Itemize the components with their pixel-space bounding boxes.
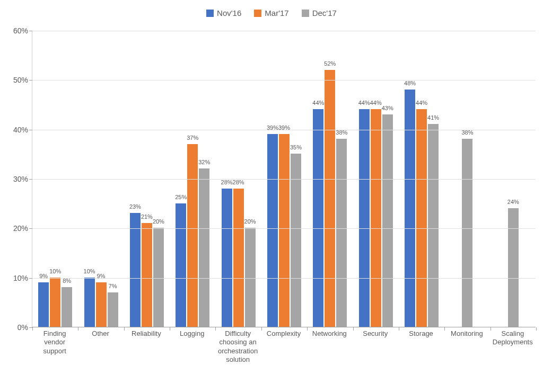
- bar-value-label: 44%: [312, 100, 324, 106]
- bar: 21%: [142, 223, 152, 327]
- bar: 24%: [508, 208, 519, 327]
- bar-value-label: 44%: [370, 100, 382, 106]
- y-tick-mark: [29, 80, 32, 81]
- bar: 25%: [176, 203, 186, 327]
- bar: 23%: [130, 213, 141, 327]
- legend-label: Mar'17: [265, 8, 288, 17]
- bar-value-label: 44%: [358, 100, 370, 106]
- y-gridline: [32, 130, 536, 130]
- bar-value-label: 20%: [153, 218, 164, 225]
- bar: 7%: [108, 292, 118, 327]
- y-tick-label: 50%: [6, 76, 28, 84]
- bar: 38%: [336, 139, 347, 327]
- y-gridline: [32, 179, 536, 180]
- x-axis-labels: Finding vendor supportOtherReliabilityLo…: [32, 329, 536, 382]
- bar: 43%: [382, 114, 393, 327]
- legend-label: Nov'16: [217, 8, 241, 17]
- bar: 44%: [359, 109, 370, 327]
- x-axis-category-label: Difficulty choosing an orchestration sol…: [215, 329, 260, 364]
- bar-value-label: 35%: [290, 144, 302, 150]
- y-gridline: [32, 80, 536, 81]
- bar: 28%: [233, 189, 244, 327]
- y-tick-label: 20%: [6, 224, 28, 233]
- x-axis-category-label: Networking: [306, 329, 352, 338]
- y-gridline: [32, 31, 536, 31]
- chart-legend: Nov'16 Mar'17 Dec'17: [0, 8, 543, 17]
- bar-value-label: 28%: [221, 179, 233, 185]
- bar-value-label: 38%: [461, 129, 473, 136]
- y-tick-mark: [29, 228, 32, 229]
- x-axis-category-label: Finding vendor support: [32, 329, 77, 355]
- bar: 52%: [325, 70, 335, 327]
- bar-value-label: 23%: [129, 203, 141, 210]
- x-axis-category-label: Reliability: [124, 329, 169, 338]
- bar: 38%: [462, 139, 472, 327]
- bar: 37%: [187, 144, 198, 327]
- bar: 44%: [416, 109, 427, 327]
- x-axis-category-label: Monitoring: [444, 329, 489, 338]
- y-tick-mark: [29, 130, 32, 130]
- bar-value-label: 21%: [141, 213, 153, 220]
- bar-value-label: 10%: [49, 268, 61, 274]
- y-gridline: [32, 228, 536, 229]
- x-axis-category-label: Security: [353, 329, 398, 338]
- x-tick-mark: [536, 327, 537, 331]
- bar-value-label: 48%: [404, 80, 416, 86]
- bar: 35%: [291, 154, 301, 327]
- plot-area: 9%10%8%10%9%7%23%21%20%25%37%32%28%28%20…: [32, 31, 536, 327]
- bar: 41%: [428, 124, 439, 327]
- bar: 9%: [96, 282, 107, 327]
- bar-value-label: 41%: [427, 114, 439, 121]
- bar-value-label: 52%: [324, 60, 336, 67]
- bar-value-label: 24%: [507, 199, 519, 205]
- legend-swatch-icon: [254, 10, 261, 17]
- y-gridline: [32, 278, 536, 279]
- x-axis-category-label: Logging: [169, 329, 215, 338]
- bar-value-label: 37%: [187, 135, 198, 141]
- bar: 39%: [267, 134, 278, 327]
- x-axis-category-label: Storage: [398, 329, 444, 338]
- bar-value-label: 10%: [84, 268, 95, 274]
- legend-swatch-icon: [206, 10, 214, 17]
- bar: 10%: [50, 278, 60, 327]
- bar: 44%: [313, 109, 323, 327]
- legend-item-nov16: Nov'16: [206, 8, 241, 17]
- bar-value-label: 7%: [109, 283, 117, 289]
- bar-value-label: 43%: [382, 105, 393, 111]
- bar-value-label: 28%: [233, 179, 244, 185]
- bar-value-label: 25%: [175, 194, 187, 200]
- bar: 9%: [38, 282, 49, 327]
- x-axis-category-label: Scaling Deployments: [490, 329, 536, 347]
- x-axis-category-label: Other: [77, 329, 123, 338]
- legend-item-dec17: Dec'17: [302, 8, 337, 17]
- bar: 32%: [199, 168, 209, 327]
- y-tick-label: 10%: [6, 274, 28, 282]
- y-tick-mark: [29, 179, 32, 180]
- y-tick-mark: [29, 31, 32, 31]
- bar-value-label: 20%: [244, 218, 256, 225]
- y-tick-mark: [29, 278, 32, 279]
- chart-container: Nov'16 Mar'17 Dec'17 9%10%8%10%9%7%23%21…: [0, 0, 543, 392]
- bar: 8%: [62, 287, 72, 327]
- legend-item-mar17: Mar'17: [254, 8, 288, 17]
- legend-label: Dec'17: [312, 8, 337, 17]
- legend-swatch-icon: [302, 10, 309, 17]
- bar-value-label: 32%: [198, 159, 210, 165]
- bar: 48%: [405, 90, 415, 327]
- y-tick-label: 30%: [6, 175, 28, 183]
- bar: 39%: [279, 134, 290, 327]
- bar-value-label: 8%: [63, 278, 71, 284]
- bar: 10%: [84, 278, 95, 327]
- bar-value-label: 38%: [336, 129, 347, 136]
- y-tick-label: 60%: [6, 26, 28, 35]
- y-tick-label: 40%: [6, 126, 28, 134]
- bar: 28%: [222, 189, 232, 327]
- y-tick-label: 0%: [6, 323, 28, 332]
- bar: 44%: [371, 109, 381, 327]
- x-axis-category-label: Complexity: [261, 329, 306, 338]
- bar-value-label: 44%: [416, 100, 427, 106]
